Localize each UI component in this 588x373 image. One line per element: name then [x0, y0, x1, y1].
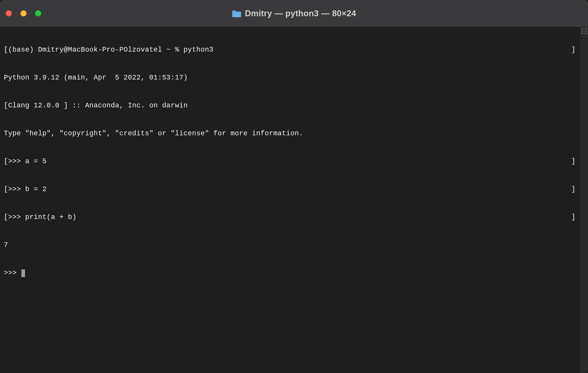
terminal-line: [(base) Dmitry@MacBook-Pro-POlzovatel ~ …	[4, 43, 577, 57]
terminal-line: [>>> print(a + b) ]	[4, 210, 577, 224]
terminal-text: [>>> b = 2	[4, 186, 47, 193]
terminal-text: Type "help", "copyright", "credits" or "…	[4, 130, 303, 137]
terminal-text: Python 3.9.12 (main, Apr 5 2022, 01:53:1…	[4, 74, 188, 81]
terminal-line: Python 3.9.12 (main, Apr 5 2022, 01:53:1…	[4, 71, 577, 85]
line-end-bracket: ]	[571, 186, 577, 193]
terminal-text: [(base) Dmitry@MacBook-Pro-POlzovatel ~ …	[4, 46, 213, 54]
terminal-line: [>>> a = 5 ]	[4, 154, 577, 169]
terminal-text: [Clang 12.0.0 ] :: Anaconda, Inc. on dar…	[4, 102, 188, 109]
line-end-bracket: ]	[571, 158, 577, 165]
folder-icon	[232, 10, 242, 17]
terminal-line: Type "help", "copyright", "credits" or "…	[4, 127, 577, 141]
cursor-icon	[21, 269, 25, 277]
terminal-prompt-line: >>>	[4, 266, 577, 280]
scrollbar[interactable]	[580, 27, 588, 373]
traffic-lights	[6, 10, 41, 16]
scrollbar-indicator-icon	[581, 28, 587, 34]
window-title: Dmitry — python3 — 80×24	[245, 9, 356, 18]
terminal-line: [Clang 12.0.0 ] :: Anaconda, Inc. on dar…	[4, 99, 577, 113]
maximize-button[interactable]	[35, 10, 41, 16]
terminal-text: 7	[4, 242, 8, 249]
terminal-line: 7	[4, 238, 577, 252]
terminal-text: [>>> a = 5	[4, 158, 47, 165]
close-button[interactable]	[6, 10, 12, 16]
terminal-prompt: >>>	[4, 270, 21, 277]
terminal-content[interactable]: [(base) Dmitry@MacBook-Pro-POlzovatel ~ …	[0, 27, 580, 373]
line-end-bracket: ]	[571, 214, 577, 221]
line-end-bracket: ]	[571, 46, 577, 54]
title-bar: Dmitry — python3 — 80×24	[0, 0, 588, 27]
minimize-button[interactable]	[21, 10, 27, 16]
title-content: Dmitry — python3 — 80×24	[232, 9, 356, 18]
terminal-line: [>>> b = 2 ]	[4, 183, 577, 197]
terminal-body: [(base) Dmitry@MacBook-Pro-POlzovatel ~ …	[0, 27, 588, 373]
terminal-text: [>>> print(a + b)	[4, 214, 77, 221]
terminal-window: Dmitry — python3 — 80×24 [(base) Dmitry@…	[0, 0, 588, 373]
